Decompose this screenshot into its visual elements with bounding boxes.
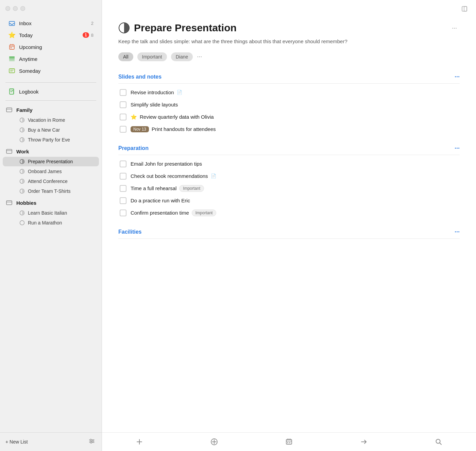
task-description: Keep the talk and slides simple: what ar… <box>118 38 350 46</box>
task-row-content-rehearsal: Time a full rehearsal Important <box>131 185 458 192</box>
task-row-content-email: Email John for presentation tips <box>131 161 458 167</box>
slides-notes-more-button[interactable]: ··· <box>455 73 460 81</box>
task-checkbox-rehearsal[interactable] <box>120 185 126 192</box>
task-checkbox-practice[interactable] <box>120 197 126 204</box>
throwparty-label: Throw Party for Eve <box>28 137 70 143</box>
window-action-button[interactable] <box>461 5 468 14</box>
task-row-review[interactable]: ⭐ Review quarterly data with Olivia <box>118 111 460 123</box>
task-checkbox-revise[interactable] <box>120 89 126 96</box>
sidebar-item-logbook[interactable]: Logbook <box>3 86 99 97</box>
work-label: Work <box>16 149 29 154</box>
task-row-practice[interactable]: Do a practice run with Eric <box>118 195 460 207</box>
groups-divider <box>5 100 96 101</box>
calendar-view-button[interactable] <box>280 437 298 447</box>
traffic-lights <box>0 0 102 14</box>
family-group-icon <box>5 106 13 114</box>
sidebar-item-someday[interactable]: Someday <box>3 65 99 77</box>
task-checkbox-print[interactable] <box>120 126 126 133</box>
vacation-icon <box>19 117 25 123</box>
facilities-title: Facilities <box>118 229 141 235</box>
filter-more-button[interactable]: ··· <box>197 53 202 60</box>
sidebar-item-upcoming[interactable]: Upcoming <box>3 41 99 53</box>
task-row-print[interactable]: Nov 13 Print handouts for attendees <box>118 123 460 135</box>
list-item-conference[interactable]: Attend Conference <box>3 177 99 186</box>
conference-label: Attend Conference <box>28 179 68 184</box>
group-hobbies[interactable]: Hobbies <box>0 196 102 208</box>
prepare-label: Prepare Presentation <box>28 159 73 164</box>
logbook-label: Logbook <box>19 89 94 95</box>
add-checklist-button[interactable] <box>205 437 223 447</box>
work-group-icon <box>5 148 13 155</box>
task-row-confirm[interactable]: Confirm presentation time Important <box>118 207 460 219</box>
star-icon-review: ⭐ <box>131 114 137 120</box>
task-checkbox-confirm[interactable] <box>120 210 126 216</box>
svg-rect-7 <box>9 58 15 60</box>
task-label-simplify: Simplify slide layouts <box>131 102 178 107</box>
tag-rehearsal: Important <box>179 185 204 192</box>
tshirts-icon <box>19 188 25 194</box>
task-checkbox-book[interactable] <box>120 173 126 180</box>
sidebar-item-anytime[interactable]: Anytime <box>3 53 99 65</box>
onboard-label: Onboard James <box>28 169 62 174</box>
svg-rect-19 <box>6 149 12 153</box>
list-item-tshirts[interactable]: Order Team T-Shirts <box>3 186 99 196</box>
task-row-simplify[interactable]: Simplify slide layouts <box>118 99 460 111</box>
list-item-italian[interactable]: Learn Basic Italian <box>3 208 99 218</box>
sidebar-item-inbox[interactable]: Inbox 2 <box>3 17 99 29</box>
task-checkbox-email[interactable] <box>120 161 126 167</box>
svg-point-34 <box>90 442 92 443</box>
marathon-label: Run a Marathon <box>28 220 62 226</box>
filter-all[interactable]: All <box>118 52 133 61</box>
task-row-revise[interactable]: Revise introduction 📄 <box>118 86 460 99</box>
preparation-more-button[interactable]: ··· <box>455 145 460 152</box>
svg-rect-8 <box>9 60 15 61</box>
search-button[interactable] <box>429 437 448 447</box>
svg-point-33 <box>92 440 94 442</box>
task-label-revise: Revise introduction <box>131 89 174 95</box>
add-task-button[interactable] <box>130 437 149 447</box>
anytime-icon <box>8 55 16 63</box>
filter-important[interactable]: Important <box>137 52 167 61</box>
task-row-content-simplify: Simplify slide layouts <box>131 102 458 107</box>
section-preparation: Preparation ··· Email John for presentat… <box>118 145 460 219</box>
task-checkbox-simplify[interactable] <box>120 101 126 108</box>
task-label-review: Review quarterly data with Olivia <box>140 114 214 120</box>
svg-rect-47 <box>287 442 288 443</box>
svg-line-51 <box>440 443 441 445</box>
filter-diane[interactable]: Diane <box>171 52 193 61</box>
svg-point-32 <box>90 439 91 440</box>
italian-icon <box>19 210 25 216</box>
svg-rect-13 <box>13 89 14 94</box>
main-content: Prepare Presentation ··· Keep the talk a… <box>102 0 476 451</box>
group-family[interactable]: Family <box>0 103 102 115</box>
task-row-rehearsal[interactable]: Time a full rehearsal Important <box>118 182 460 195</box>
note-icon-book: 📄 <box>211 173 216 179</box>
list-item-buycar[interactable]: Buy a New Car <box>3 125 99 135</box>
task-header: Prepare Presentation ··· <box>118 22 460 34</box>
new-list-button[interactable]: + New List <box>5 438 28 446</box>
list-item-vacation[interactable]: Vacation in Rome <box>3 115 99 125</box>
minimize-button[interactable] <box>13 6 18 11</box>
maximize-button[interactable] <box>20 6 25 11</box>
throwparty-icon <box>19 137 25 143</box>
list-item-marathon[interactable]: Run a Marathon <box>3 218 99 228</box>
tag-confirm: Important <box>192 210 217 216</box>
sidebar-item-today[interactable]: ⭐ Today 1 8 <box>3 29 99 41</box>
list-item-prepare[interactable]: Prepare Presentation <box>3 157 99 166</box>
list-item-throwparty[interactable]: Throw Party for Eve <box>3 135 99 145</box>
facilities-more-button[interactable]: ··· <box>455 229 460 236</box>
task-more-button[interactable]: ··· <box>449 23 460 33</box>
group-work[interactable]: Work <box>0 145 102 156</box>
close-button[interactable] <box>5 6 10 11</box>
task-row-content-practice: Do a practice run with Eric <box>131 198 458 203</box>
task-row-book[interactable]: Check out book recommendations 📄 <box>118 170 460 182</box>
upcoming-label: Upcoming <box>19 44 94 50</box>
filter-bar: All Important Diane ··· <box>118 52 460 64</box>
task-checkbox-review[interactable] <box>120 114 126 120</box>
list-item-onboard[interactable]: Onboard James <box>3 167 99 176</box>
settings-button[interactable] <box>87 437 96 447</box>
navigate-forward-button[interactable] <box>355 437 373 447</box>
task-row-email[interactable]: Email John for presentation tips <box>118 158 460 170</box>
slides-notes-title: Slides and notes <box>118 74 162 80</box>
task-label-print: Print handouts for attendees <box>152 126 216 132</box>
